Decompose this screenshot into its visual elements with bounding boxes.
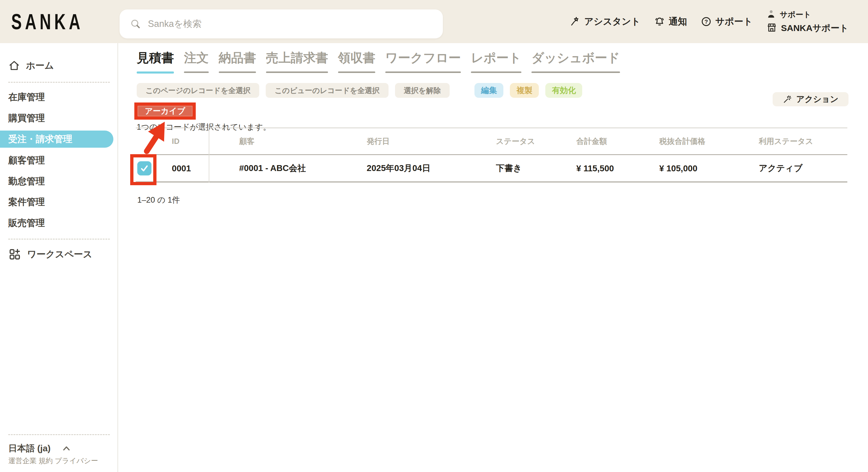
- workspace-grid-icon: [8, 248, 21, 261]
- legal-links[interactable]: 運営企業 規約 プライバシー: [8, 456, 98, 466]
- clear-selection-button[interactable]: 選択を解除: [395, 83, 450, 98]
- tab-quotes[interactable]: 見積書: [137, 50, 174, 73]
- column-header-customer: 顧客: [239, 136, 254, 147]
- actions-label: アクション: [796, 94, 838, 105]
- tab-reports[interactable]: レポート: [471, 50, 521, 73]
- document-tabs: 見積書 注文 納品書 売上請求書 領収書 ワークフロー レポート ダッシュボード: [137, 50, 620, 73]
- tab-receipts[interactable]: 領収書: [338, 50, 375, 73]
- sidebar-divider: [8, 239, 110, 240]
- sidebar-item-purchasing[interactable]: 購買管理: [8, 112, 45, 124]
- duplicate-button[interactable]: 複製: [510, 83, 539, 98]
- column-header-id: ID: [172, 137, 180, 146]
- search-input[interactable]: [147, 18, 443, 30]
- sidebar-divider: [8, 82, 110, 83]
- column-header-subtotal: 税抜合計価格: [659, 136, 705, 147]
- notifications-label: 通知: [669, 16, 687, 28]
- person-icon: [766, 9, 776, 20]
- cell-id: 0001: [172, 163, 191, 173]
- archive-annotation-box: アーカイブ: [134, 102, 196, 120]
- user-menu[interactable]: サポート SANKAサポート: [766, 9, 848, 34]
- chevron-up-icon: [61, 443, 72, 454]
- notifications-button[interactable]: 通知: [654, 16, 687, 28]
- sidebar: ホーム 在庫管理 購買管理 受注・請求管理 顧客管理 勤怠管理 案件管理 販売管…: [0, 43, 118, 472]
- header-actions: アシスタント 通知 ?: [569, 0, 848, 43]
- user-name: SANKAサポート: [781, 22, 848, 34]
- main-content: 見積書 注文 納品書 売上請求書 領収書 ワークフロー レポート ダッシュボード…: [118, 43, 868, 472]
- edit-button[interactable]: 編集: [474, 83, 503, 98]
- sidebar-workspace-label: ワークスペース: [27, 248, 92, 261]
- sidebar-item-projects[interactable]: 案件管理: [8, 196, 45, 208]
- records-table: ID 顧客 発行日 ステータス 合計金額 税抜合計価格 利用ステータス 0001…: [136, 127, 847, 182]
- sidebar-item-attendance[interactable]: 勤怠管理: [8, 175, 45, 187]
- tab-delivery-notes[interactable]: 納品書: [219, 50, 256, 73]
- pagination-summary: 1–20 の 1件: [137, 195, 180, 205]
- table-column-divider: [209, 128, 209, 182]
- sidebar-item-workspace[interactable]: ワークスペース: [8, 248, 92, 261]
- archive-button[interactable]: アーカイブ: [137, 106, 192, 116]
- language-selector[interactable]: 日本語 (ja): [8, 442, 72, 454]
- star-wand-icon: [569, 16, 581, 27]
- sidebar-item-inventory[interactable]: 在庫管理: [8, 91, 45, 104]
- activate-button[interactable]: 有効化: [545, 83, 582, 98]
- table-row[interactable]: 0001 #0001 - ABC会社 2025年03月04日 下書き ¥ 115…: [136, 155, 847, 182]
- column-header-issue-date: 発行日: [367, 136, 390, 147]
- home-icon: [8, 60, 20, 71]
- cell-issue-date: 2025年03月04日: [367, 163, 430, 174]
- search-bar[interactable]: [120, 9, 443, 38]
- support-button[interactable]: ? サポート: [701, 16, 752, 28]
- storefront-icon: [766, 22, 777, 34]
- bell-icon: [654, 16, 665, 27]
- actions-button[interactable]: アクション: [773, 92, 848, 106]
- column-header-status: ステータス: [496, 136, 535, 147]
- annotation-arrow: [118, 43, 868, 472]
- sidebar-item-sales[interactable]: 販売管理: [8, 217, 45, 229]
- cell-customer: #0001 - ABC会社: [239, 163, 306, 174]
- assistant-button[interactable]: アシスタント: [569, 16, 640, 28]
- app-screen: SANKA アシスタント: [0, 0, 868, 472]
- sidebar-item-orders-billing-selected[interactable]: 受注・請求管理: [0, 130, 113, 148]
- sidebar-divider: [8, 434, 110, 435]
- cell-total: ¥ 115,500: [576, 163, 614, 173]
- tab-workflows[interactable]: ワークフロー: [385, 50, 461, 73]
- brand-logo[interactable]: SANKA: [11, 9, 84, 34]
- row-checkbox[interactable]: [137, 161, 151, 175]
- select-all-page-button[interactable]: このページのレコードを全選択: [137, 83, 259, 98]
- magic-wand-icon: [783, 94, 792, 104]
- cell-usage-status: アクティブ: [759, 163, 802, 174]
- tab-dashboard[interactable]: ダッシュボード: [531, 50, 620, 73]
- cell-subtotal: ¥ 105,000: [659, 163, 698, 173]
- select-all-view-button[interactable]: このビューのレコードを全選択: [266, 83, 388, 98]
- assistant-label: アシスタント: [584, 16, 640, 28]
- cell-status: 下書き: [496, 163, 522, 174]
- tab-sales-invoices[interactable]: 売上請求書: [266, 50, 328, 73]
- user-role: サポート: [780, 9, 811, 20]
- question-circle-icon: ?: [701, 16, 712, 27]
- language-label: 日本語 (ja): [8, 442, 51, 454]
- sidebar-item-customers[interactable]: 顧客管理: [8, 154, 45, 167]
- sidebar-home-label: ホーム: [26, 59, 54, 72]
- column-header-total: 合計金額: [576, 136, 607, 147]
- search-icon: [130, 18, 142, 30]
- selection-toolbar: このページのレコードを全選択 このビューのレコードを全選択 選択を解除 編集 複…: [137, 83, 582, 98]
- sidebar-item-home[interactable]: ホーム: [8, 59, 54, 72]
- top-bar: SANKA アシスタント: [0, 0, 868, 43]
- table-header-row: ID 顧客 発行日 ステータス 合計金額 税抜合計価格 利用ステータス: [136, 128, 847, 155]
- svg-text:?: ?: [705, 19, 708, 25]
- checkmark-icon: [140, 163, 149, 173]
- tab-orders[interactable]: 注文: [184, 50, 209, 73]
- column-header-usage-status: 利用ステータス: [759, 136, 813, 147]
- support-label: サポート: [715, 16, 752, 28]
